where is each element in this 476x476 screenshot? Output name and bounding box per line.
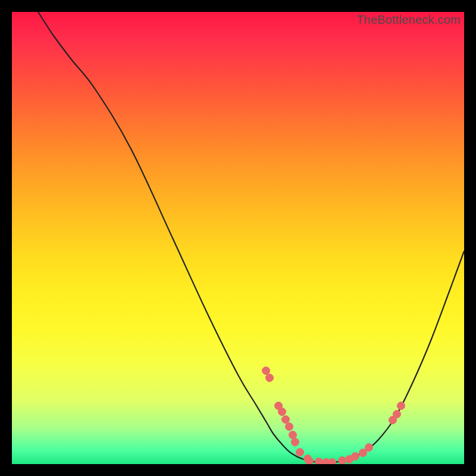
data-dot (266, 374, 274, 382)
chart-frame: TheBottleneck.com (12, 12, 464, 464)
data-dot (306, 458, 314, 465)
data-dot (282, 416, 290, 424)
data-dot (359, 449, 367, 457)
data-dot (262, 367, 270, 375)
data-dot (339, 457, 346, 465)
data-dot (328, 459, 336, 465)
bottleneck-curve (38, 12, 464, 463)
watermark-text: TheBottleneck.com (356, 13, 461, 27)
data-dot (289, 431, 297, 439)
data-dot (278, 408, 286, 416)
data-dot (292, 439, 299, 446)
curve-layer (12, 12, 464, 464)
dots-group (262, 367, 405, 465)
plot-area (12, 12, 464, 464)
data-dot (365, 444, 373, 452)
data-dot (296, 449, 304, 456)
data-dot (352, 453, 359, 461)
data-dot (397, 402, 405, 410)
data-dot (286, 423, 293, 431)
data-dot (315, 458, 323, 465)
data-dot (393, 411, 401, 418)
